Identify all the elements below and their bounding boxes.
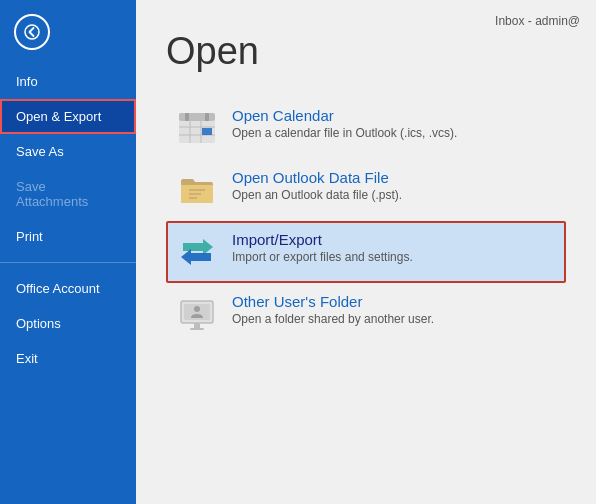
- option-import-export-text: Import/Export Import or export files and…: [232, 231, 413, 264]
- sidebar-divider: [0, 262, 136, 263]
- sidebar-item-save-attachments: Save Attachments: [0, 169, 136, 219]
- svg-point-0: [25, 25, 39, 39]
- svg-rect-17: [194, 323, 200, 328]
- back-button-container: [0, 0, 136, 64]
- sidebar-item-info[interactable]: Info: [0, 64, 136, 99]
- option-other-user-folder-title: Other User's Folder: [232, 293, 434, 310]
- option-other-user-folder-desc: Open a folder shared by another user.: [232, 312, 434, 326]
- option-import-export-title: Import/Export: [232, 231, 413, 248]
- shared-folder-icon: [176, 293, 218, 335]
- option-open-data-file-desc: Open an Outlook data file (.pst).: [232, 188, 402, 202]
- data-file-icon: [176, 169, 218, 211]
- option-open-data-file-text: Open Outlook Data File Open an Outlook d…: [232, 169, 402, 202]
- sidebar: Info Open & Export Save As Save Attachme…: [0, 0, 136, 504]
- svg-rect-2: [179, 113, 215, 121]
- option-other-user-folder[interactable]: Other User's Folder Open a folder shared…: [166, 283, 566, 345]
- inbox-label: Inbox - admin@: [495, 14, 580, 28]
- options-list: Open Calendar Open a calendar file in Ou…: [166, 97, 566, 345]
- sidebar-item-save-as[interactable]: Save As: [0, 134, 136, 169]
- option-other-user-folder-text: Other User's Folder Open a folder shared…: [232, 293, 434, 326]
- page-title: Open: [166, 30, 566, 73]
- option-open-calendar-text: Open Calendar Open a calendar file in Ou…: [232, 107, 457, 140]
- sidebar-item-options[interactable]: Options: [0, 306, 136, 341]
- calendar-icon: [176, 107, 218, 149]
- option-import-export-desc: Import or export files and settings.: [232, 250, 413, 264]
- option-import-export[interactable]: Import/Export Import or export files and…: [166, 221, 566, 283]
- option-open-calendar-desc: Open a calendar file in Outlook (.ics, .…: [232, 126, 457, 140]
- option-open-data-file[interactable]: Open Outlook Data File Open an Outlook d…: [166, 159, 566, 221]
- svg-rect-9: [202, 128, 212, 135]
- sidebar-item-open-export[interactable]: Open & Export: [0, 99, 136, 134]
- sidebar-item-exit[interactable]: Exit: [0, 341, 136, 376]
- back-button[interactable]: [14, 14, 50, 50]
- option-open-data-file-title: Open Outlook Data File: [232, 169, 402, 186]
- main-content: Inbox - admin@ Open: [136, 0, 596, 504]
- import-export-icon: [176, 231, 218, 273]
- sidebar-nav: Info Open & Export Save As Save Attachme…: [0, 64, 136, 504]
- option-open-calendar-title: Open Calendar: [232, 107, 457, 124]
- option-open-calendar[interactable]: Open Calendar Open a calendar file in Ou…: [166, 97, 566, 159]
- sidebar-bottom: Office Account Options Exit: [0, 271, 136, 386]
- svg-rect-18: [190, 328, 204, 330]
- sidebar-item-office-account[interactable]: Office Account: [0, 271, 136, 306]
- svg-rect-4: [205, 113, 209, 121]
- svg-point-19: [194, 306, 200, 312]
- sidebar-item-print[interactable]: Print: [0, 219, 136, 254]
- svg-rect-3: [185, 113, 189, 121]
